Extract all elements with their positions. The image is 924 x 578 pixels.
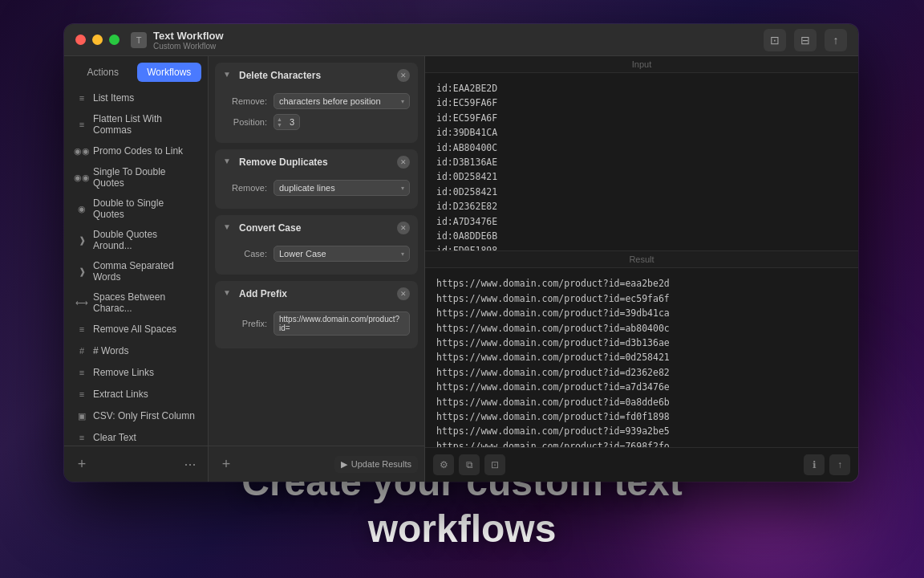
tab-actions[interactable]: Actions <box>71 63 136 82</box>
sidebar-item-label: List Items <box>93 92 134 104</box>
input-line: id:39DB41CA <box>436 125 847 140</box>
sidebar-add-button[interactable]: + <box>71 453 93 475</box>
result-text[interactable]: https://www.domain.com/product?id=eaa2be… <box>425 268 858 447</box>
tab-workflows[interactable]: Workflows <box>137 63 202 82</box>
step-body-delete-characters: Remove: characters before position ▾ Pos… <box>215 88 418 143</box>
sidebar-item-double-single[interactable]: ◉ Double to Single Quotes <box>67 193 205 224</box>
step-close-add-prefix[interactable]: ✕ <box>397 287 410 300</box>
maximize-button[interactable] <box>109 35 120 45</box>
settings-icon[interactable]: ⚙ <box>433 454 454 475</box>
remove-dup-select[interactable]: duplicate lines ▾ <box>274 180 410 196</box>
input-line: id:0A8DDE6B <box>436 229 847 243</box>
input-label: Input <box>425 56 858 73</box>
prefix-input[interactable]: https://www.domain.com/product?id= <box>274 311 410 336</box>
step-convert-case: ▼ Convert Case ✕ Case: Lower Case ▾ <box>215 215 418 275</box>
step-close-convert-case[interactable]: ✕ <box>397 222 410 234</box>
input-text[interactable]: id:EAA2BE2D id:EC59FA6F id:EC59FA6F id:3… <box>425 73 858 250</box>
prefix-value: https://www.domain.com/product?id= <box>279 315 404 332</box>
step-header-convert-case[interactable]: ▼ Convert Case ✕ <box>215 215 418 241</box>
result-line: https://www.domain.com/product?id=ec59fa… <box>436 291 847 306</box>
window-title: Text Workflow <box>153 30 764 42</box>
case-select[interactable]: Lower Case ▾ <box>274 246 410 262</box>
sidebar-items-list: ≡ List Items ≡ Flatten List With Commas … <box>64 82 208 446</box>
sidebar-item-words[interactable]: # # Words <box>67 340 205 361</box>
select-arrow-icon: ▾ <box>401 185 404 192</box>
sidebar-item-flatten-list[interactable]: ≡ Flatten List With Commas <box>67 109 205 140</box>
sidebar-more-button[interactable]: ··· <box>179 453 201 475</box>
workflow-panel: ▼ Delete Characters ✕ Remove: characters… <box>209 56 425 482</box>
result-line: https://www.domain.com/product?id=ab8040… <box>436 321 847 336</box>
sidebar-item-comma-separated[interactable]: ❱ Comma Separated Words <box>67 256 205 287</box>
result-line: https://www.domain.com/product?id=7698f2… <box>436 439 847 447</box>
update-results-button[interactable]: ▶ Update Results <box>334 456 418 473</box>
sidebar-item-promo-codes[interactable]: ◉◉ Promo Codes to Link <box>67 140 205 161</box>
traffic-lights <box>75 35 120 45</box>
step-header-delete-characters[interactable]: ▼ Delete Characters ✕ <box>215 63 418 88</box>
sidebar-item-label: Comma Separated Words <box>93 260 197 283</box>
sidebar-item-extract-links[interactable]: ≡ Extract Links <box>67 384 205 405</box>
sidebar-item-clear-text[interactable]: ≡ Clear Text <box>67 427 205 446</box>
sidebar-item-label: Remove Links <box>93 367 154 378</box>
input-line: id:EC59FA6F <box>436 96 847 110</box>
sidebar-item-label: Extract Links <box>93 389 148 400</box>
input-line: id:EAA2BE2D <box>436 81 847 96</box>
input-line: id:A7D3476E <box>436 214 847 229</box>
info-icon[interactable]: ℹ <box>804 454 825 475</box>
result-line: https://www.domain.com/product?id=fd0f18… <box>436 409 847 424</box>
workflow-add-button[interactable]: + <box>215 453 237 475</box>
sidebar-item-double-quotes-around[interactable]: ❱ Double Quotes Around... <box>67 225 205 255</box>
select-arrow-icon: ▾ <box>401 98 404 105</box>
sidebar-item-list-items[interactable]: ≡ List Items <box>67 88 205 108</box>
step-remove-duplicates: ▼ Remove Duplicates ✕ Remove: duplicate … <box>215 149 418 209</box>
step-add-prefix: ▼ Add Prefix ✕ Prefix: https://www.domai… <box>215 281 418 348</box>
close-button[interactable] <box>75 35 86 45</box>
result-line: https://www.domain.com/product?id=d3b136… <box>436 336 847 350</box>
step-row-remove-dup: Remove: duplicate lines ▾ <box>223 180 410 196</box>
share-action-button[interactable]: ⊡ <box>764 29 786 51</box>
double-single-icon: ◉ <box>75 202 88 215</box>
words-icon: # <box>75 344 88 357</box>
result-line: https://www.domain.com/product?id=d2362e… <box>436 365 847 380</box>
sidebar-tabs: Actions Workflows <box>64 56 208 82</box>
trash-action-button[interactable]: ⊟ <box>794 29 817 51</box>
sidebar-item-label: # Words <box>93 345 128 356</box>
step-close-delete-characters[interactable]: ✕ <box>397 69 410 82</box>
list-icon: ≡ <box>75 92 88 104</box>
sidebar: Actions Workflows ≡ List Items ≡ Flatten… <box>64 56 209 482</box>
step-title-add-prefix: Add Prefix <box>239 288 397 299</box>
step-title-remove-duplicates: Remove Duplicates <box>239 157 397 168</box>
step-header-add-prefix[interactable]: ▼ Add Prefix ✕ <box>215 281 418 307</box>
result-line: https://www.domain.com/product?id=939a2b… <box>436 424 847 438</box>
quote-icon: ◉◉ <box>75 171 88 184</box>
sidebar-item-single-double[interactable]: ◉◉ Single To Double Quotes <box>67 162 205 193</box>
update-results-label: Update Results <box>351 459 411 469</box>
sidebar-item-label: Flatten List With Commas <box>93 113 197 136</box>
result-panel: Input id:EAA2BE2D id:EC59FA6F id:EC59FA6… <box>425 56 858 482</box>
sidebar-item-remove-links[interactable]: ≡ Remove Links <box>67 362 205 383</box>
sidebar-item-label: Remove All Spaces <box>93 324 176 335</box>
footer-icons-left: ⚙ ⧉ ⊡ <box>433 454 505 475</box>
dqa-icon: ❱ <box>75 234 88 246</box>
remove-select[interactable]: characters before position ▾ <box>274 93 410 109</box>
sidebar-item-remove-all-spaces[interactable]: ≡ Remove All Spaces <box>67 319 205 340</box>
step-header-remove-duplicates[interactable]: ▼ Remove Duplicates ✕ <box>215 149 418 175</box>
step-chevron-icon: ▼ <box>223 288 234 299</box>
export-icon[interactable]: ↑ <box>829 454 850 475</box>
step-close-remove-duplicates[interactable]: ✕ <box>397 156 410 169</box>
result-panel-footer: ⚙ ⧉ ⊡ ℹ ↑ <box>425 447 858 482</box>
title-bar-text: Text Workflow Custom Workflow <box>153 30 764 51</box>
position-arrows[interactable]: ▲▼ <box>274 116 285 128</box>
workflow-content: ▼ Delete Characters ✕ Remove: characters… <box>209 56 424 446</box>
step-title-convert-case: Convert Case <box>239 222 397 234</box>
csv-icon: ▣ <box>75 409 88 422</box>
share-icon[interactable]: ⊡ <box>484 454 505 475</box>
result-line: https://www.domain.com/product?id=0d2584… <box>436 350 847 364</box>
export-action-button[interactable]: ↑ <box>825 29 847 51</box>
sidebar-item-spaces-between[interactable]: ⟷ Spaces Between Charac... <box>67 287 205 318</box>
copy-icon[interactable]: ⧉ <box>459 454 480 475</box>
sidebar-item-csv[interactable]: ▣ CSV: Only First Column <box>67 405 205 426</box>
position-input[interactable]: ▲▼ 3 <box>274 114 300 130</box>
minimize-button[interactable] <box>92 35 103 45</box>
case-label: Case: <box>223 249 267 258</box>
position-label: Position: <box>223 117 267 127</box>
